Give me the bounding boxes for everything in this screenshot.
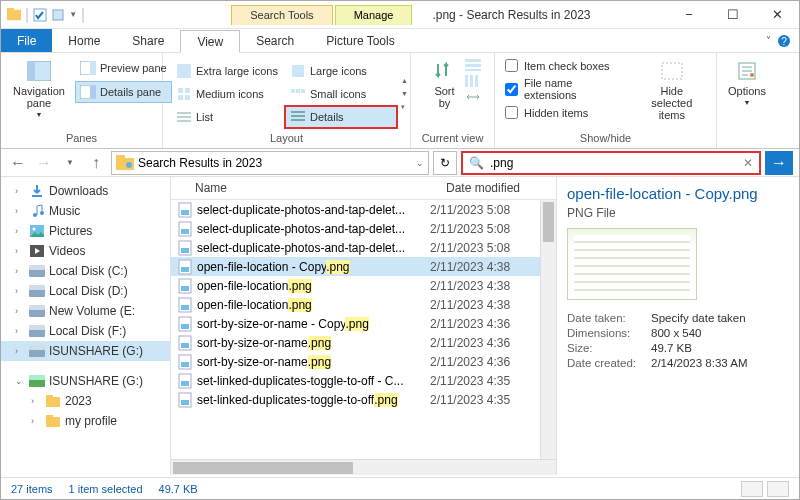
share-tab[interactable]: Share (116, 29, 180, 52)
search-box[interactable]: 🔍 .png ✕ (461, 151, 761, 175)
minimize-button[interactable]: − (667, 1, 711, 29)
folder-icon (116, 155, 134, 171)
file-icon (177, 392, 193, 408)
name-column[interactable]: Name (171, 181, 446, 195)
tree-item[interactable]: ›my profile (1, 411, 170, 431)
options-button[interactable]: Options ▼ (722, 57, 772, 109)
path-dropdown-icon[interactable]: ⌄ (416, 158, 424, 168)
breadcrumb[interactable]: Search Results in 2023 ⌄ (111, 151, 429, 175)
tree-item[interactable]: ›Pictures (1, 221, 170, 241)
file-row[interactable]: open-file-location - Copy.png2/11/2023 4… (171, 257, 540, 276)
details-view-icon[interactable] (741, 481, 763, 497)
refresh-button[interactable]: ↻ (433, 151, 457, 175)
tree-item[interactable]: ›ISUNSHARE (G:) (1, 341, 170, 361)
tree-item[interactable]: ›2023 (1, 391, 170, 411)
tree-label: my profile (65, 414, 117, 428)
list-button[interactable]: List (171, 106, 283, 128)
file-row[interactable]: sort-by-size-or-name - Copy.png2/11/2023… (171, 314, 540, 333)
svg-rect-15 (185, 88, 190, 93)
large-icons-button[interactable]: Large icons (285, 60, 397, 82)
svg-rect-46 (29, 289, 45, 297)
file-row[interactable]: sort-by-size-or-name.png2/11/2023 4:36 (171, 333, 540, 352)
svg-rect-12 (177, 64, 191, 78)
dimensions-label: Dimensions: (567, 327, 651, 339)
tree-item[interactable]: ›Downloads (1, 181, 170, 201)
thumbnails-view-icon[interactable] (767, 481, 789, 497)
tree-label: Local Disk (D:) (49, 284, 128, 298)
tree-item[interactable]: ›Music (1, 201, 170, 221)
date-taken-label: Date taken: (567, 312, 651, 324)
medium-icons-button[interactable]: Medium icons (171, 83, 283, 105)
date-created-value: 2/14/2023 8:33 AM (651, 357, 789, 369)
tree-item[interactable]: ›Local Disk (F:) (1, 321, 170, 341)
maximize-button[interactable]: ☐ (711, 1, 755, 29)
file-name: open-file-location - Copy.png (197, 260, 430, 274)
up-button[interactable]: ↑ (85, 152, 107, 174)
navigation-pane-button[interactable]: Navigation pane ▼ (7, 57, 71, 121)
drive-icon (29, 343, 45, 359)
scroll-down-icon[interactable]: ▼ (401, 90, 408, 97)
checkbox-icon[interactable] (33, 8, 47, 22)
svg-rect-33 (662, 63, 682, 79)
clear-search-icon[interactable]: ✕ (743, 156, 753, 170)
file-row[interactable]: open-file-location.png2/11/2023 4:38 (171, 276, 540, 295)
preview-pane-button[interactable]: Preview pane (75, 57, 172, 79)
vertical-scrollbar[interactable] (540, 200, 556, 459)
add-columns-icon[interactable] (465, 75, 481, 87)
file-extensions-toggle[interactable]: File name extensions (501, 75, 628, 103)
manage-tab[interactable]: Manage (335, 5, 413, 25)
tree-item[interactable]: ⌄ISUNSHARE (G:) (1, 371, 170, 391)
expand-icon[interactable]: ▾ (401, 103, 408, 111)
file-tab[interactable]: File (1, 29, 52, 52)
scroll-up-icon[interactable]: ▲ (401, 77, 408, 84)
qat-item[interactable] (51, 8, 65, 22)
search-tools-tab[interactable]: Search Tools (231, 5, 332, 25)
view-tab[interactable]: View (180, 30, 240, 53)
file-row[interactable]: open-file-location.png2/11/2023 4:38 (171, 295, 540, 314)
details-pane-button[interactable]: Details pane (75, 81, 172, 103)
file-row[interactable]: select-duplicate-photos-and-tap-delet...… (171, 200, 540, 219)
home-tab[interactable]: Home (52, 29, 116, 52)
picture-tools-tab[interactable]: Picture Tools (310, 29, 410, 52)
search-tab[interactable]: Search (240, 29, 310, 52)
preview-pane-icon (80, 60, 96, 76)
tree-item[interactable]: ›New Volume (E: (1, 301, 170, 321)
sort-by-button[interactable]: Sort by (425, 57, 465, 111)
tree-item[interactable]: ›Videos (1, 241, 170, 261)
file-row[interactable]: select-duplicate-photos-and-tap-delet...… (171, 219, 540, 238)
details-view-button[interactable]: Details (285, 106, 397, 128)
horizontal-scrollbar[interactable] (171, 459, 556, 475)
hidden-items-toggle[interactable]: Hidden items (501, 104, 628, 121)
file-row[interactable]: sort-by-size-or-name.png2/11/2023 4:36 (171, 352, 540, 371)
tree-item[interactable]: ›Local Disk (D:) (1, 281, 170, 301)
date-taken-value[interactable]: Specify date taken (651, 312, 789, 324)
search-go-button[interactable]: → (765, 151, 793, 175)
hide-selected-button[interactable]: Hide selected items (634, 57, 710, 123)
videos-icon (29, 243, 45, 259)
svg-point-42 (33, 228, 36, 231)
group-by-icon[interactable] (465, 59, 481, 71)
file-name: set-linked-duplicates-toggle-to-off - C.… (197, 374, 430, 388)
date-column[interactable]: Date modified (446, 181, 556, 195)
svg-rect-81 (181, 400, 189, 405)
file-date: 2/11/2023 5:08 (430, 222, 540, 236)
svg-rect-14 (178, 88, 183, 93)
collapse-ribbon-icon[interactable]: ˅ (766, 35, 771, 46)
item-checkboxes-toggle[interactable]: Item check boxes (501, 57, 628, 74)
size-columns-icon[interactable] (465, 91, 481, 103)
small-icons-button[interactable]: Small icons (285, 83, 397, 105)
file-row[interactable]: select-duplicate-photos-and-tap-delet...… (171, 238, 540, 257)
file-row[interactable]: set-linked-duplicates-toggle-to-off.png2… (171, 390, 540, 409)
tree-item[interactable]: ›Local Disk (C:) (1, 261, 170, 281)
help-icon[interactable]: ? (777, 34, 791, 48)
forward-button[interactable]: → (33, 152, 55, 174)
recent-dropdown[interactable]: ▼ (59, 152, 81, 174)
file-row[interactable]: set-linked-duplicates-toggle-to-off - C.… (171, 371, 540, 390)
selection-count: 1 item selected (69, 483, 143, 495)
column-headers[interactable]: Name Date modified (171, 177, 556, 200)
extra-large-icons-button[interactable]: Extra large icons (171, 60, 283, 82)
close-button[interactable]: ✕ (755, 1, 799, 29)
qat-dropdown[interactable]: ▼ (69, 10, 77, 19)
back-button[interactable]: ← (7, 152, 29, 174)
navigation-tree[interactable]: ›Downloads›Music›Pictures›Videos›Local D… (1, 177, 171, 475)
